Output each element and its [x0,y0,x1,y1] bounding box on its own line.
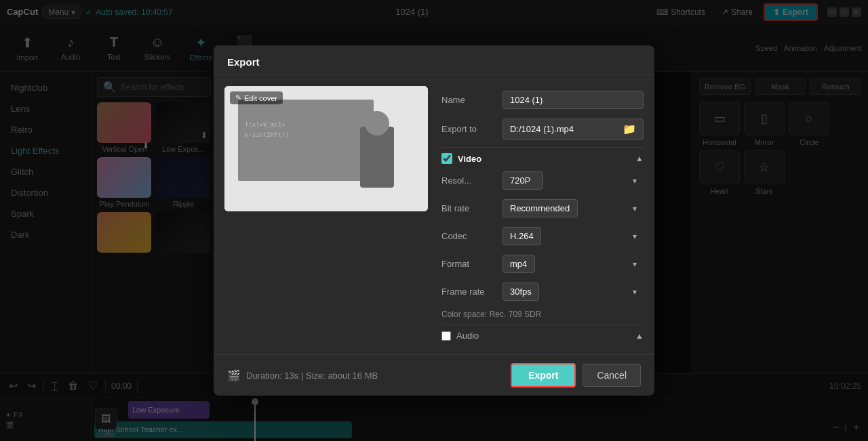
audio-section-header: Audio ▲ [441,324,644,343]
framerate-select-wrapper: 30fps 24fps 60fps [502,282,644,301]
name-label: Name [441,95,496,105]
format-select-wrapper: mp4 mov [502,255,644,273]
name-row: Name [441,86,644,114]
video-section-header: Video ▲ [441,147,644,167]
dialog-body: f(x)=V_m(1+ k·sin(2πft)) ✎ Edit cover Na… [214,75,654,354]
export-to-row: Export to D:/1024 (1).mp4 📁 [441,114,644,144]
dialog-title: Export [227,56,260,68]
codec-row: Codec H.264 H.265 [441,222,644,250]
svg-rect-2 [238,100,374,181]
video-checkbox[interactable] [441,153,452,164]
footer-info: 🎬 Duration: 13s | Size: about 16 MB [227,369,504,382]
framerate-label: Frame rate [441,287,496,297]
export-path: D:/1024 (1).mp4 📁 [502,119,644,140]
audio-section-toggle[interactable]: ▲ [635,331,644,341]
color-space-note: Color space: Rec. 709 SDR [441,306,644,322]
bitrate-label: Bit rate [441,203,496,213]
bitrate-select-wrapper: Recommended Low High [502,199,644,217]
dialog-settings: Name Export to D:/1024 (1).mp4 📁 Video ▲ [441,86,644,343]
video-section-toggle[interactable]: ▲ [635,154,644,163]
preview-video-graphic: f(x)=V_m(1+ k·sin(2πft)) [224,86,428,211]
bitrate-select[interactable]: Recommended Low High [502,199,578,217]
export-dialog: Export [214,45,654,396]
svg-rect-3 [360,127,394,188]
framerate-row: Frame rate 30fps 24fps 60fps [441,278,644,306]
format-label: Format [441,259,496,269]
framerate-select[interactable]: 30fps 24fps 60fps [502,282,539,301]
video-section-title: Video [458,154,630,164]
name-input[interactable] [502,91,644,109]
duration-size-info: Duration: 13s | Size: about 16 MB [246,371,378,381]
folder-button[interactable]: 📁 [623,123,636,135]
format-select[interactable]: mp4 mov [502,255,535,273]
codec-select[interactable]: H.264 H.265 [502,227,541,245]
pencil-icon: ✎ [235,93,241,102]
film-icon: 🎬 [227,369,241,382]
format-row: Format mp4 mov [441,250,644,278]
resolution-row: Resol... 720P 1080P 2160P [441,167,644,194]
export-button[interactable]: Export [511,363,576,387]
bitrate-row: Bit rate Recommended Low High [441,194,644,222]
preview-video: f(x)=V_m(1+ k·sin(2πft)) ✎ Edit cover [224,86,428,211]
cancel-button[interactable]: Cancel [583,364,641,387]
resolution-select[interactable]: 720P 1080P 2160P [502,171,543,190]
svg-text:k·sin(2πft)): k·sin(2πft)) [245,131,289,138]
resolution-label: Resol... [441,175,496,186]
export-dialog-overlay: Export [0,0,868,441]
dialog-footer: 🎬 Duration: 13s | Size: about 16 MB Expo… [214,354,654,396]
edit-cover-button[interactable]: ✎ Edit cover [230,91,283,104]
export-to-label: Export to [441,124,496,134]
svg-point-4 [365,111,389,135]
dialog-header: Export [214,45,654,75]
svg-text:f(x)=V_m(1+: f(x)=V_m(1+ [245,121,285,128]
dialog-preview: f(x)=V_m(1+ k·sin(2πft)) ✎ Edit cover [224,86,428,343]
codec-select-wrapper: H.264 H.265 [502,227,644,245]
audio-section-title: Audio [456,331,479,341]
audio-checkbox[interactable] [441,331,451,341]
resolution-select-wrapper: 720P 1080P 2160P [502,171,644,190]
codec-label: Codec [441,231,496,241]
